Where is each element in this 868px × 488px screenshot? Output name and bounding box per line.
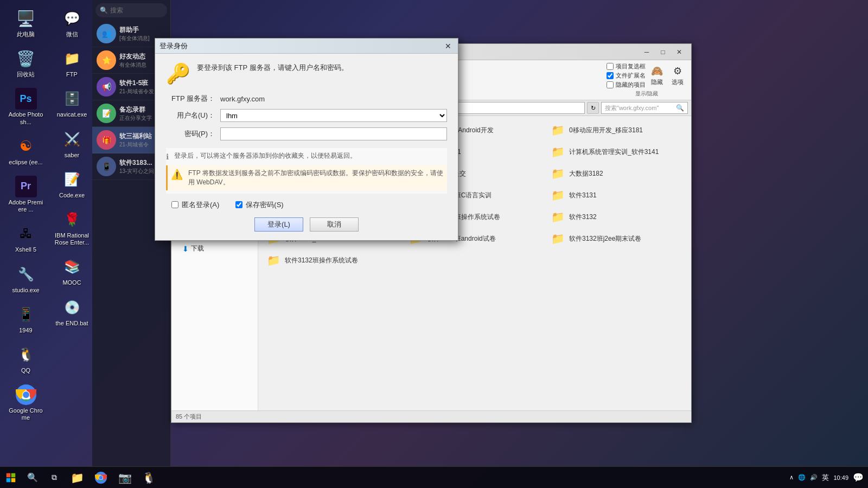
desktop-icon-wechat[interactable]: 💬 微信 <box>52 5 92 40</box>
desktop-icon-code[interactable]: 📝 Code.exe <box>52 166 92 201</box>
username-row: 用户名(U)： lhm <box>166 109 447 122</box>
network-icon[interactable]: 🌐 <box>798 474 806 481</box>
desktop-icon-saber[interactable]: ⚔️ saber <box>52 126 92 161</box>
minimize-button[interactable]: ─ <box>639 47 654 57</box>
anonymous-label: 匿名登录(A) <box>182 200 219 210</box>
taskbar: 🔍 ⧉ 📁 📷 🐧 <box>0 466 868 488</box>
taskbar-app3[interactable]: 📷 <box>113 467 137 489</box>
task-view-icon: ⧉ <box>52 473 57 482</box>
dialog-title: 登录身份 <box>159 41 443 51</box>
info-row: ℹ 登录后，可以将这个服务器添加到你的收藏夹，以便轻易返回。 <box>166 151 447 161</box>
search-input[interactable] <box>110 7 154 14</box>
system-tray-expand[interactable]: ∧ <box>789 474 794 481</box>
desktop-icon-area: 🖥️ 此电脑 🗑️ 回收站 Ps Adobe Photosh... ☯ ecli… <box>5 5 87 450</box>
checkbox-hidden-label[interactable]: 隐藏的项目 <box>607 81 646 89</box>
tree-item-downloads[interactable]: ⬇ 下载 <box>171 242 258 255</box>
checkbox-items[interactable] <box>607 63 614 70</box>
hide-icon: 🙈 <box>651 65 663 77</box>
desktop-icon-adobe-ps[interactable]: Ps Adobe Photosh... <box>5 86 46 127</box>
dialog-description: 要登录到该 FTP 服务器，请键入用户名和密码。 <box>197 62 348 73</box>
taskbar-app4-icon: 🐧 <box>142 471 156 484</box>
password-input[interactable] <box>224 128 443 140</box>
svg-point-10 <box>99 476 103 479</box>
search-placeholder: 搜索"work.gfxy.com" <box>605 104 659 112</box>
file-item-f9[interactable]: 📁 大数据3182 <box>547 164 687 183</box>
ribbon-section-show-hide: 项目复选框 文件扩展名 隐藏的项目 🙈 隐藏 <box>607 62 687 98</box>
checkbox-file-extension-label[interactable]: 文件扩展名 <box>607 72 646 80</box>
ribbon-options-button[interactable]: ⚙ 选项 <box>668 64 687 87</box>
folder-icon: 📁 <box>551 145 565 158</box>
clock-time: 10:49 <box>833 474 848 481</box>
avatar: ⭐ <box>97 50 116 70</box>
taskbar-search-button[interactable]: 🔍 <box>22 467 43 489</box>
dialog-top: 🔑 要登录到该 FTP 服务器，请键入用户名和密码。 <box>166 62 447 85</box>
svg-rect-4 <box>7 473 11 477</box>
window-controls: ─ □ ✕ <box>639 47 687 57</box>
save-password-checkbox[interactable] <box>235 201 242 208</box>
info-text: 登录后，可以将这个服务器添加到你的收藏夹，以便轻易返回。 <box>174 151 356 160</box>
checkbox-hidden[interactable] <box>607 81 614 88</box>
maximize-button[interactable]: □ <box>655 47 671 57</box>
ftp-login-dialog: 登录身份 ✕ 🔑 要登录到该 FTP 服务器，请键入用户名和密码。 FTP 服务… <box>155 38 458 241</box>
info-icon: ℹ <box>166 152 169 161</box>
file-item-f3[interactable]: 📁 0移动应用开发_移应3181 <box>547 120 687 140</box>
save-password-option[interactable]: 保存密码(S) <box>235 200 283 210</box>
file-item-f15[interactable]: 📁 软件3132 <box>547 207 687 227</box>
desktop-icon-this-pc[interactable]: 🖥️ 此电脑 <box>5 5 46 40</box>
file-item-f19[interactable]: 📁 软件3132班操作系统试卷 <box>263 251 403 270</box>
desktop-icon-mooc[interactable]: 📚 MOOC <box>52 254 92 288</box>
dialog-form: FTP 服务器： work.gfxy.com 用户名(U)： lhm 密码(P)… <box>166 94 447 140</box>
desktop-icon-qq[interactable]: 🐧 QQ <box>5 342 46 376</box>
desktop-icon-navicat[interactable]: 🗄️ navicat.exe <box>52 86 92 120</box>
username-select-wrapper[interactable]: lhm <box>220 109 447 122</box>
dialog-close-button[interactable]: ✕ <box>443 41 454 52</box>
volume-icon[interactable]: 🔊 <box>810 474 818 481</box>
close-button[interactable]: ✕ <box>672 47 687 57</box>
desktop-icon-ftp[interactable]: 📁 FTP <box>52 46 92 80</box>
desktop: 🖥️ 此电脑 🗑️ 回收站 Ps Adobe Photosh... ☯ ecli… <box>0 0 868 488</box>
login-button[interactable]: 登录(L) <box>254 217 303 232</box>
downloads-icon: ⬇ <box>182 245 189 253</box>
start-button[interactable] <box>0 467 22 489</box>
file-item-f12[interactable]: 📁 软件3131 <box>547 185 687 205</box>
username-select[interactable]: lhm <box>221 110 446 121</box>
svg-rect-7 <box>11 478 16 482</box>
search-icon: 🔍 <box>27 472 38 483</box>
windows-logo-icon <box>6 473 16 483</box>
cancel-button[interactable]: 取消 <box>310 217 359 232</box>
folder-icon: 📁 <box>551 232 565 245</box>
desktop-icon-ibm-rose[interactable]: 🌹 IBM Rational Rose Enter... <box>52 207 92 248</box>
desktop-icon-recycle-bin[interactable]: 🗑️ 回收站 <box>5 46 46 80</box>
search-icon: 🔍 <box>100 7 108 14</box>
anonymous-login-option[interactable]: 匿名登录(A) <box>171 200 219 210</box>
desktop-icon-google-chrome[interactable]: Google Chrome <box>5 382 46 423</box>
desktop-icon-1949[interactable]: 📱 1949 <box>5 301 46 336</box>
language-indicator[interactable]: 英 <box>822 473 829 483</box>
desktop-icon-eclipse[interactable]: ☯ eclipse (ee... <box>5 133 46 168</box>
task-view-button[interactable]: ⧉ <box>43 467 65 489</box>
svg-rect-6 <box>7 478 11 482</box>
avatar: 🎁 <box>97 130 116 150</box>
file-item-f18[interactable]: 📁 软件3132班j2ee期末试卷 <box>547 229 687 248</box>
search-bar[interactable]: 搜索"work.gfxy.com" 🔍 <box>601 102 688 114</box>
sidebar-search[interactable]: 🔍 <box>95 3 167 17</box>
notification-icon[interactable]: 💬 <box>853 472 864 483</box>
ribbon-hide-button[interactable]: 🙈 隐藏 <box>648 64 666 87</box>
file-item-f6[interactable]: 📁 计算机系统管理实训_软件3141 <box>547 142 687 162</box>
folder-icon: 📁 <box>267 254 280 267</box>
refresh-button[interactable]: ↻ <box>587 102 599 114</box>
system-clock[interactable]: 10:49 <box>833 474 848 481</box>
desktop-icon-xshell[interactable]: 🖧 Xshell 5 <box>5 221 46 255</box>
desktop-icon-studio[interactable]: 🔧 studio.exe <box>5 261 46 296</box>
dialog-options: 匿名登录(A) 保存密码(S) <box>166 200 447 210</box>
taskbar-chrome[interactable] <box>89 467 113 489</box>
checkbox-file-extension[interactable] <box>607 72 614 79</box>
taskbar-app4[interactable]: 🐧 <box>137 467 161 489</box>
taskbar-file-explorer[interactable]: 📁 <box>65 467 89 489</box>
desktop-icon-adobe-pr[interactable]: Pr Adobe Premiere ... <box>5 174 46 215</box>
anonymous-checkbox[interactable] <box>171 201 178 208</box>
checkbox-items-label[interactable]: 项目复选框 <box>607 62 646 70</box>
chrome-icon <box>95 472 107 484</box>
desktop-icon-the-end[interactable]: 💿 the END.bat <box>52 294 92 329</box>
dialog-body: 🔑 要登录到该 FTP 服务器，请键入用户名和密码。 FTP 服务器： work… <box>155 54 458 240</box>
